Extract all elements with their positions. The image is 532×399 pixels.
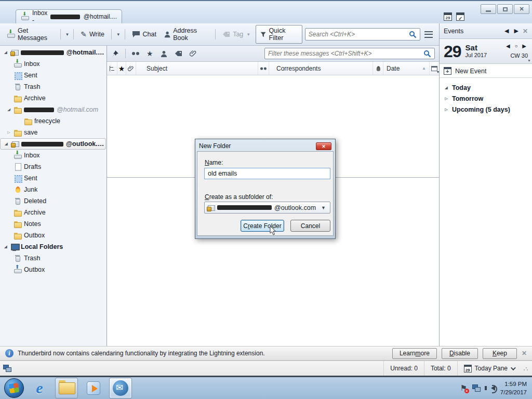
tasks-tab-icon[interactable]	[456, 12, 464, 21]
twisty-open-icon[interactable]: ◢	[444, 86, 449, 90]
twisty-closed-icon[interactable]: ▷	[6, 130, 11, 135]
sidebar-item-local-folders[interactable]: ◢ Local Folders	[0, 241, 107, 252]
sidebar-item-outbox-local[interactable]: Outbox	[0, 264, 107, 275]
disable-button[interactable]: Disable	[442, 348, 478, 359]
message-filter-box[interactable]	[264, 48, 435, 59]
notification-close-button[interactable]: ✕	[522, 350, 527, 357]
today-pane-toggle[interactable]: 29 Today Pane	[457, 361, 521, 376]
events-item-upcoming[interactable]: ▷ Upcoming (5 days)	[440, 104, 532, 115]
sidebar-item-inbox-outlook[interactable]: Inbox	[0, 150, 107, 161]
events-close-button[interactable]: ✕	[523, 28, 528, 35]
junk-column-header[interactable]	[373, 62, 383, 75]
sidebar-item-freecycle[interactable]: freecycle	[0, 115, 107, 127]
dialog-titlebar[interactable]: New Folder ✕	[197, 141, 334, 151]
new-event-button[interactable]: New Event	[440, 64, 532, 78]
sidebar-item-inbox[interactable]: Inbox	[0, 58, 107, 70]
day-next-button[interactable]: ▶	[522, 43, 528, 49]
sidebar-item-junk[interactable]: Junk	[0, 184, 107, 195]
sidebar-item-hotmail-subfolder[interactable]: ◢ @hotmail.com	[0, 104, 107, 115]
filter-starred-icon[interactable]: ★	[147, 50, 153, 57]
app-menu-button[interactable]	[423, 28, 435, 41]
events-item-tomorrow[interactable]: ▷ Tomorrow	[440, 93, 532, 104]
sidebar-item-save[interactable]: ▷ save	[0, 127, 107, 138]
parent-folder-dropdown[interactable]: @outlook.com ▼	[204, 202, 330, 214]
search-icon[interactable]	[409, 31, 417, 38]
starred-column-header[interactable]: ★	[117, 62, 126, 75]
chat-button[interactable]: Chat	[129, 29, 159, 40]
keep-button[interactable]: Keep	[483, 348, 517, 359]
restore-button[interactable]	[497, 4, 513, 14]
column-picker[interactable]	[430, 62, 439, 75]
chevron-down-icon[interactable]: ▼	[527, 59, 531, 62]
resize-grip[interactable]	[523, 365, 529, 371]
action-center-icon[interactable]: ⚑	[460, 383, 467, 393]
twisty-closed-icon[interactable]: ▷	[444, 108, 449, 112]
date-column-header[interactable]: Date▲	[383, 62, 430, 75]
cancel-button[interactable]: Cancel	[290, 220, 330, 232]
sidebar-item-outbox-outlook[interactable]: Outbox	[0, 230, 107, 241]
sidebar-item-hotmail-account[interactable]: ◢ @hotmail.com	[0, 47, 107, 58]
twisty-open-icon[interactable]: ◢	[6, 108, 11, 112]
minimize-button[interactable]	[481, 4, 496, 14]
offline-status-icon[interactable]	[3, 365, 11, 372]
read-column-header[interactable]	[258, 62, 269, 75]
filter-tag-icon[interactable]	[175, 50, 182, 57]
sidebar-item-sent-outlook[interactable]: Sent	[0, 172, 107, 184]
get-messages-dropdown[interactable]: ▼	[65, 32, 69, 37]
sticky-pin-icon[interactable]	[111, 50, 119, 58]
correspondents-column-header[interactable]: Correspondents	[269, 62, 373, 75]
day-prev-button[interactable]: ◀	[506, 43, 512, 49]
write-dropdown[interactable]: ▼	[116, 32, 121, 37]
tag-button[interactable]: Tag ▼	[220, 29, 253, 40]
weekday: Sat	[466, 43, 487, 52]
redacted-text	[21, 50, 64, 55]
message-filter-input[interactable]	[268, 50, 421, 57]
sidebar-item-notes[interactable]: Notes	[0, 218, 107, 230]
global-search[interactable]	[305, 28, 420, 41]
taskbar-media-player[interactable]	[82, 378, 105, 398]
sidebar-item-trash-local[interactable]: Trash	[0, 252, 107, 264]
sidebar-item-deleted[interactable]: Deleted	[0, 195, 107, 207]
taskbar-thunderbird[interactable]	[109, 378, 132, 398]
twisty-open-icon[interactable]: ◢	[3, 245, 8, 249]
events-prev-button[interactable]: ◀	[504, 28, 509, 34]
search-input[interactable]	[309, 31, 407, 38]
twisty-open-icon[interactable]: ◢	[3, 50, 8, 55]
quick-filter-button[interactable]: Quick Filter	[256, 25, 302, 44]
thread-column-header[interactable]	[107, 62, 117, 75]
network-tray-icon[interactable]	[472, 384, 481, 392]
sidebar-item-archive-outlook[interactable]: Archive	[0, 207, 107, 218]
media-player-icon	[87, 381, 100, 395]
day-today-button[interactable]: ○	[514, 43, 519, 49]
volume-icon[interactable]	[491, 385, 495, 391]
tab-inbox[interactable]: Inbox - @hotmail....	[16, 9, 122, 23]
start-button[interactable]	[4, 378, 24, 398]
subject-column-header[interactable]: Subject	[136, 62, 258, 75]
folder-name-input[interactable]	[204, 168, 330, 179]
sidebar-item-outlook-account[interactable]: ◢ @outlook.com	[0, 138, 106, 150]
learn-more-button[interactable]: Learn more	[392, 348, 437, 359]
sidebar-item-drafts[interactable]: Drafts	[0, 161, 107, 172]
events-next-button[interactable]: ▶	[514, 28, 518, 34]
create-folder-button[interactable]: Create Folder	[241, 220, 284, 232]
filter-attachment-icon[interactable]	[190, 50, 197, 57]
inbox-icon	[21, 12, 29, 21]
sidebar-item-archive[interactable]: Archive	[0, 92, 107, 104]
calendar-tab-icon[interactable]: 29	[444, 12, 452, 21]
twisty-closed-icon[interactable]: ▷	[444, 97, 449, 101]
sidebar-item-sent[interactable]: Sent	[0, 70, 107, 81]
close-button[interactable]: ✕	[514, 4, 529, 14]
address-book-button[interactable]: Address Book	[162, 25, 211, 44]
taskbar-clock[interactable]: 1:59 PM 7/29/2017	[500, 380, 527, 396]
dialog-close-button[interactable]: ✕	[316, 142, 331, 150]
get-messages-button[interactable]: Get Messages	[4, 25, 56, 44]
attachment-column-header[interactable]	[126, 62, 136, 75]
write-button[interactable]: ✎ Write	[78, 28, 107, 41]
filter-unread-icon[interactable]	[132, 52, 139, 55]
taskbar-internet-explorer[interactable]: e	[28, 378, 51, 398]
filter-contact-icon[interactable]	[161, 50, 167, 57]
events-item-today[interactable]: ◢ Today	[440, 82, 532, 93]
sidebar-item-trash[interactable]: Trash	[0, 81, 107, 92]
taskbar-windows-explorer[interactable]	[55, 378, 78, 398]
twisty-open-icon[interactable]: ◢	[4, 142, 9, 146]
